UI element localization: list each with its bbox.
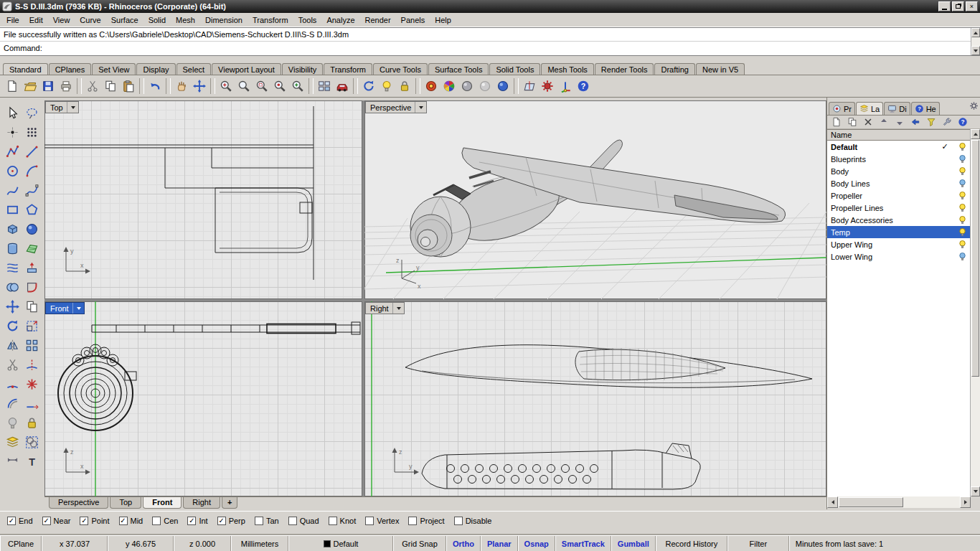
layer-visibility-toggle[interactable] [954,227,970,237]
panel-help-button[interactable]: ? [956,116,970,128]
layer-visibility-toggle[interactable] [954,203,970,212]
add-viewport-tab[interactable]: + [222,497,237,509]
layer-row-propeller-lines[interactable]: Propeller Lines [827,202,970,214]
explode-button[interactable] [22,375,42,394]
toolbar-tab-render-tools[interactable]: Render Tools [595,63,654,75]
status-filter[interactable]: Filter [727,536,789,551]
lasso-button[interactable] [22,103,42,123]
toolbar-tab-standard[interactable]: Standard [3,63,48,75]
menu-render[interactable]: Render [360,14,396,27]
viewport-title-perspective[interactable]: Perspective [365,101,427,113]
status-millimeters[interactable]: Millimeters [231,536,288,551]
toolbar-tab-curve-tools[interactable]: Curve Tools [373,63,428,75]
join-button[interactable] [3,375,22,394]
osnap-near[interactable]: ✓Near [42,517,71,525]
status-x-37-037[interactable]: x 37.037 [42,536,108,551]
osnap-project[interactable]: Project [408,517,444,525]
group-button[interactable] [22,433,42,452]
zoom-dynamic-button[interactable] [217,77,235,95]
lock-button[interactable] [395,77,413,95]
osnap-perp[interactable]: ✓Perp [217,517,245,525]
rotate-button[interactable] [3,316,22,336]
move-down-button[interactable] [892,116,907,128]
undo-button[interactable] [146,77,164,95]
boolean-union-button[interactable] [3,278,22,297]
viewport-title-top[interactable]: Top [45,101,79,113]
layer-tools-button[interactable] [3,433,22,452]
right-viewport-canvas[interactable]: z y [364,301,826,496]
zoom-selected-button[interactable] [270,77,288,95]
layer-visibility-toggle[interactable] [954,215,970,225]
zoom-extents-button[interactable] [288,77,306,95]
viewport-menu-arrow-icon[interactable] [71,106,75,109]
osnap-mid[interactable]: ✓Mid [119,517,143,525]
layer-visibility-toggle[interactable] [954,142,970,151]
curve-button[interactable] [3,181,22,200]
menu-curve[interactable]: Curve [75,14,105,27]
scale-button[interactable] [22,316,42,336]
pan-button[interactable] [172,77,190,95]
panel-tab-di[interactable]: Di [884,102,910,115]
perspective-viewport-canvas[interactable]: z y x [364,100,826,299]
help-button[interactable]: ? [574,77,592,95]
move-button[interactable] [190,77,208,95]
toolbar-tab-new-in-v5[interactable]: New in V5 [696,63,745,75]
print-button[interactable] [57,77,75,95]
points-grid-button[interactable] [22,123,42,142]
layer-visibility-toggle[interactable] [954,154,970,164]
light-button[interactable] [377,77,395,95]
viewport-top[interactable]: y x Top [44,100,362,299]
osnap-knot[interactable]: Knot [329,517,357,525]
restore-button[interactable] [952,1,964,11]
viewport-tab-front[interactable]: Front [143,497,182,509]
viewport-front[interactable]: z x Front [44,301,362,496]
status-gumball[interactable]: Gumball [611,536,656,551]
open-button[interactable] [21,77,39,95]
scroll-up-button[interactable] [971,129,980,139]
delete-layer-button[interactable] [861,116,875,128]
menu-tools[interactable]: Tools [293,14,322,27]
ghosted-sphere-button[interactable] [476,77,494,95]
osnap-int[interactable]: ✓Int [187,517,207,525]
select-button[interactable] [3,103,22,123]
lock-objects-button[interactable] [22,413,42,433]
copy-layer-button[interactable] [845,116,859,128]
render-button[interactable] [422,77,440,95]
panel-tab-pr[interactable]: Pr [829,102,855,115]
layer-row-blueprints[interactable]: Blueprints [827,153,970,165]
layer-row-body-lines[interactable]: Body Lines [827,177,970,189]
polygon-button[interactable] [22,200,42,220]
render-settings-button[interactable] [440,77,458,95]
status-smarttrack[interactable]: SmartTrack [555,536,611,551]
sphere-button[interactable] [22,220,42,239]
toolbar-tab-set-view[interactable]: Set View [92,63,136,75]
offset-button[interactable] [3,394,22,413]
scrollbar-thumb[interactable] [971,140,979,377]
viewport-title-right[interactable]: Right [365,302,405,314]
status-record-history[interactable]: Record History [656,536,727,551]
gumball-button[interactable] [556,77,574,95]
menu-panels[interactable]: Panels [396,14,430,27]
viewport-tab-right[interactable]: Right [183,497,220,509]
osnap-vertex[interactable]: Vertex [365,517,399,525]
osnap-end[interactable]: ✓End [7,517,33,525]
cut-button[interactable] [83,77,101,95]
scroll-up-button[interactable] [971,28,980,37]
scroll-right-button[interactable] [960,496,971,508]
extend-button[interactable] [22,394,42,413]
layer-row-body[interactable]: Body [827,165,970,177]
viewport-menu-arrow-icon[interactable] [397,307,401,310]
copy-button[interactable] [101,77,119,95]
toolbar-tab-mesh-tools[interactable]: Mesh Tools [541,63,593,75]
menu-mesh[interactable]: Mesh [171,14,200,27]
viewport-menu-arrow-icon[interactable] [419,106,423,109]
viewport-menu-arrow-icon[interactable] [77,307,81,310]
menu-file[interactable]: File [1,14,24,27]
menu-view[interactable]: View [48,14,75,27]
menu-edit[interactable]: Edit [24,14,48,27]
cylinder-button[interactable] [3,239,22,258]
layer-row-default[interactable]: Default✓ [827,141,970,153]
box-button[interactable] [3,220,22,239]
viewport-perspective[interactable]: z y x [364,100,826,299]
osnap-cen[interactable]: Cen [152,517,178,525]
